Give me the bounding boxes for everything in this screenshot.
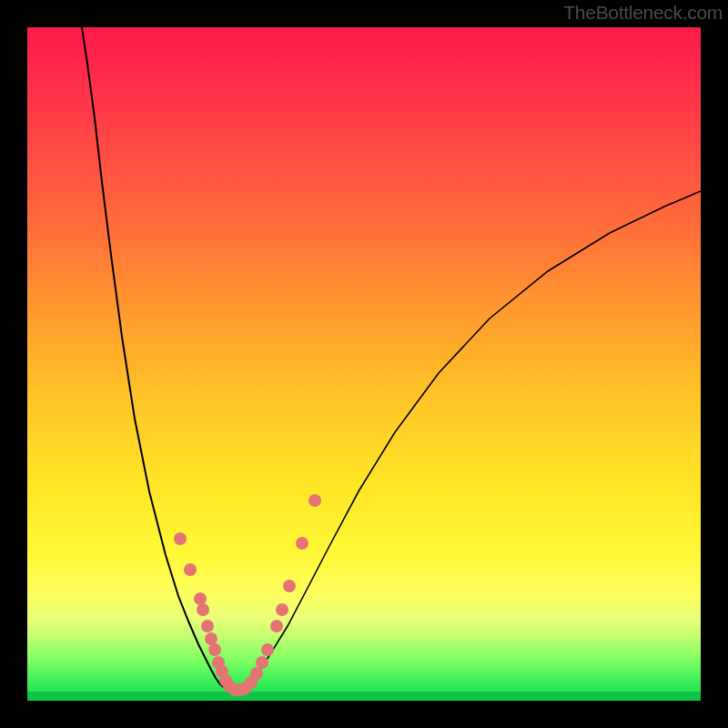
watermark-text: TheBottleneck.com	[563, 2, 723, 24]
dot-marker	[208, 643, 221, 656]
dot-marker	[205, 632, 217, 645]
dot-marker	[197, 603, 209, 616]
dot-markers	[174, 494, 321, 696]
dot-marker	[261, 643, 274, 656]
plot-area	[27, 27, 701, 701]
dot-marker	[296, 537, 308, 550]
dot-marker	[276, 603, 288, 616]
right-curve	[237, 191, 701, 692]
curve-layer	[27, 27, 701, 701]
dot-marker	[201, 620, 214, 632]
left-curve	[82, 27, 237, 692]
dot-marker	[256, 656, 268, 669]
dot-marker	[184, 563, 197, 576]
dot-marker	[270, 620, 283, 632]
dot-marker	[308, 494, 321, 507]
dot-marker	[174, 532, 187, 545]
dot-marker	[250, 667, 263, 680]
dot-marker	[283, 580, 296, 592]
dot-marker	[194, 592, 207, 605]
